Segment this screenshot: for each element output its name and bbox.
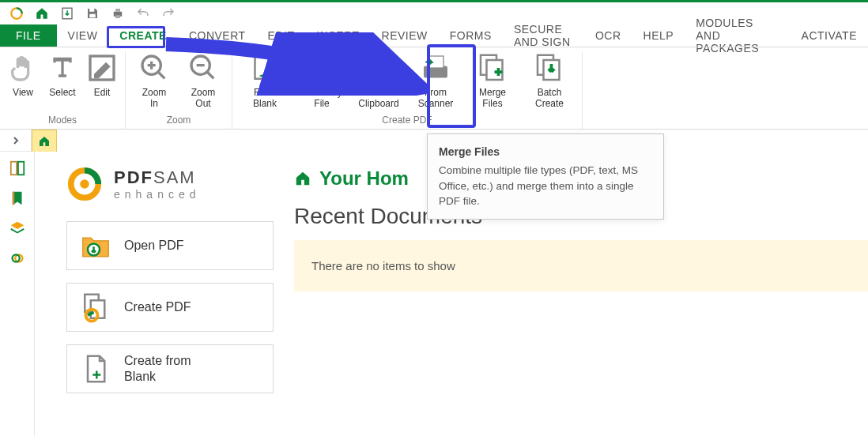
- ribbon-merge-files-label: Merge Files: [479, 87, 506, 109]
- menu-insert[interactable]: INSERT: [305, 24, 370, 47]
- svg-rect-22: [17, 162, 23, 175]
- ribbon-select-button[interactable]: Select: [44, 52, 81, 113]
- ribbon-zoom-out-button[interactable]: Zoom Out: [181, 52, 225, 113]
- merge-files-icon: [477, 52, 508, 84]
- ribbon-zoom-in-label: Zoom In: [142, 87, 167, 109]
- create-pdf-icon: [80, 291, 111, 323]
- create-from-blank-card[interactable]: Create from Blank: [66, 344, 274, 393]
- left-rail: [0, 152, 35, 436]
- text-select-icon: [47, 52, 78, 84]
- ribbon-batch-create-button[interactable]: Batch Create: [523, 52, 576, 113]
- create-pdf-label: Create PDF: [124, 299, 191, 315]
- menu-activate[interactable]: ACTIVATE: [791, 24, 868, 47]
- merge-files-tooltip: Merge Files Combine multiple file types …: [427, 133, 664, 220]
- ribbon-view-button[interactable]: View: [6, 52, 40, 113]
- clipboard-icon: [363, 52, 394, 84]
- svg-rect-23: [12, 192, 14, 205]
- brand-swirl-icon: [66, 166, 103, 202]
- menubar: FILE VIEW CREATE CONVERT EDIT INSERT REV…: [0, 24, 868, 47]
- menu-create[interactable]: CREATE: [108, 24, 178, 47]
- collapse-panel-button[interactable]: [0, 130, 32, 152]
- zoom-out-icon: [187, 52, 219, 84]
- svg-rect-2: [89, 9, 94, 12]
- folder-open-icon: [80, 230, 111, 261]
- ribbon-edit-button[interactable]: Edit: [85, 52, 119, 113]
- save-icon[interactable]: [84, 5, 101, 22]
- ribbon: View Select Edit Modes Zoom In Zoom Out: [0, 47, 868, 130]
- svg-rect-13: [373, 60, 385, 78]
- batch-create-icon: [534, 52, 565, 84]
- ribbon-merge-files-button[interactable]: Merge Files: [466, 52, 519, 113]
- your-home-icon: [294, 170, 311, 187]
- home-side-panel: PDFSAM enhanced Open PDF Create PDF Crea…: [35, 152, 288, 436]
- ribbon-group-zoom-label: Zoom: [167, 113, 191, 129]
- svg-rect-18: [487, 60, 503, 80]
- app-logo-icon[interactable]: [8, 5, 25, 22]
- recent-documents-empty: There are no items to show: [294, 240, 868, 291]
- ribbon-group-zoom: Zoom In Zoom Out Zoom: [126, 52, 232, 129]
- brand-pdf: PDF: [114, 167, 153, 187]
- open-pdf-card[interactable]: Open PDF: [66, 221, 274, 270]
- svg-point-25: [80, 179, 89, 189]
- blank-doc-icon: [249, 52, 281, 84]
- ribbon-from-clipboard-label: From Clipboard: [358, 87, 398, 109]
- ribbon-from-blank-button[interactable]: From Blank: [239, 52, 291, 113]
- zoom-in-icon: [138, 52, 170, 84]
- ribbon-from-any-file-button[interactable]: From Any File: [296, 52, 348, 113]
- pencil-icon: [86, 52, 118, 84]
- tooltip-body: Combine multiple file types (PDF, text, …: [439, 163, 652, 209]
- bookmarks-panel-icon[interactable]: [9, 190, 26, 207]
- ribbon-select-label: Select: [49, 87, 75, 98]
- undo-icon[interactable]: [134, 5, 152, 22]
- open-icon[interactable]: [58, 5, 76, 22]
- ribbon-zoom-in-button[interactable]: Zoom In: [132, 52, 176, 113]
- ribbon-group-createpdf: From Blank From Any File From Clipboard …: [232, 52, 583, 129]
- menu-modules-and-packages[interactable]: MODULES AND PACKAGES: [685, 24, 790, 47]
- ribbon-from-scanner-label: From Scanner: [418, 87, 454, 109]
- ribbon-edit-label: Edit: [94, 87, 111, 98]
- ribbon-view-label: View: [13, 87, 33, 98]
- menu-convert[interactable]: CONVERT: [178, 24, 257, 47]
- menu-secure-and-sign[interactable]: SECURE AND SIGN: [503, 24, 584, 47]
- open-pdf-label: Open PDF: [124, 238, 184, 254]
- thumbnails-panel-icon[interactable]: [9, 160, 26, 177]
- ribbon-group-modes: View Select Edit Modes: [0, 52, 126, 129]
- ribbon-from-blank-label: From Blank: [253, 87, 277, 109]
- ribbon-from-any-file-label: From Any File: [301, 87, 342, 109]
- hand-icon: [7, 52, 39, 84]
- menu-forms[interactable]: FORMS: [439, 24, 503, 47]
- menu-ocr[interactable]: OCR: [584, 24, 632, 47]
- print-icon[interactable]: [109, 5, 126, 22]
- brand-logo: PDFSAM enhanced: [66, 166, 274, 202]
- brand-sub: enhanced: [114, 188, 201, 201]
- menu-review[interactable]: REVIEW: [371, 24, 439, 47]
- your-home-title: Your Hom: [319, 167, 409, 190]
- tooltip-title: Merge Files: [439, 144, 652, 160]
- scanner-icon: [420, 52, 451, 84]
- menu-help[interactable]: HELP: [632, 24, 685, 47]
- svg-rect-14: [375, 54, 383, 59]
- attachments-panel-icon[interactable]: [9, 250, 26, 267]
- svg-rect-3: [89, 14, 96, 18]
- menu-file[interactable]: FILE: [0, 24, 57, 47]
- layers-panel-icon[interactable]: [9, 220, 26, 237]
- ribbon-batch-create-label: Batch Create: [535, 87, 564, 109]
- ribbon-from-clipboard-button[interactable]: From Clipboard: [353, 52, 405, 113]
- ribbon-from-scanner-button[interactable]: From Scanner: [409, 52, 462, 113]
- svg-rect-21: [10, 162, 16, 175]
- menu-view[interactable]: VIEW: [57, 24, 109, 47]
- redo-icon[interactable]: [160, 5, 177, 22]
- home-icon[interactable]: [33, 5, 51, 22]
- create-from-blank-label: Create from Blank: [124, 353, 191, 385]
- svg-rect-6: [115, 15, 120, 18]
- create-pdf-card[interactable]: Create PDF: [66, 283, 274, 332]
- brand-sam: SAM: [153, 167, 196, 187]
- home-tab[interactable]: [32, 130, 57, 152]
- ribbon-group-modes-label: Modes: [48, 113, 77, 129]
- ribbon-group-createpdf-label: Create PDF: [382, 113, 432, 129]
- ribbon-zoom-out-label: Zoom Out: [191, 87, 216, 109]
- blank-page-icon: [80, 353, 111, 385]
- svg-rect-5: [115, 9, 120, 12]
- file-import-icon: [306, 52, 338, 84]
- menu-edit[interactable]: EDIT: [257, 24, 306, 47]
